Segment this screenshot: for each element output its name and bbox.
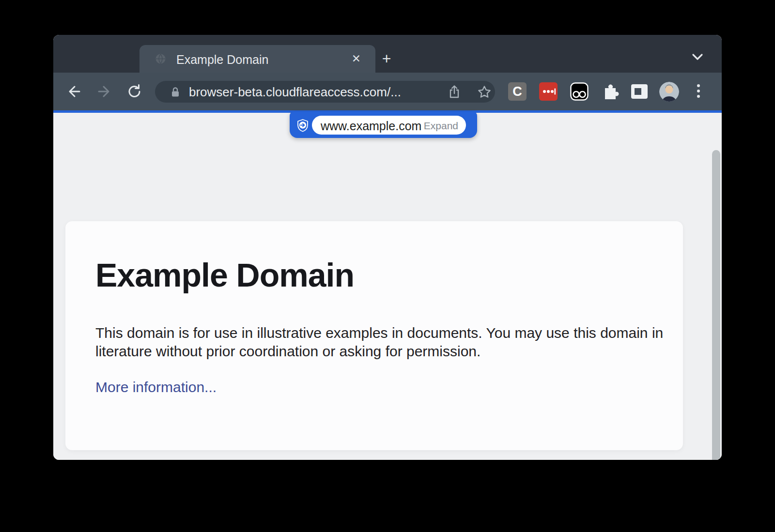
lock-icon[interactable] (169, 85, 182, 99)
address-bar[interactable]: browser-beta.cloudflareaccess.com/... (155, 81, 495, 103)
vertical-scrollbar[interactable] (712, 150, 720, 460)
chevron-down-icon[interactable] (691, 52, 704, 64)
tab-close-icon[interactable]: ✕ (352, 52, 361, 65)
browser-window: Example Domain ✕ + (53, 35, 722, 460)
c-extension-icon[interactable]: C (508, 82, 527, 101)
page-viewport: www.example.com Expand Example Domain Th… (53, 113, 722, 460)
isolated-hostname: www.example.com (321, 119, 421, 133)
back-icon[interactable] (66, 83, 82, 100)
reload-icon[interactable] (126, 83, 143, 100)
isolation-bar: www.example.com Expand (290, 112, 477, 138)
tab-example-domain[interactable]: Example Domain ✕ (140, 45, 375, 73)
tab-strip: Example Domain ✕ + (53, 35, 722, 73)
page-paragraph: This domain is for use in illustrative e… (95, 324, 667, 361)
goggles-icon[interactable] (570, 82, 589, 101)
expand-button[interactable]: Expand (424, 120, 458, 132)
side-panel-icon[interactable] (630, 82, 649, 101)
extensions-puzzle-icon[interactable] (601, 82, 620, 101)
share-icon[interactable] (447, 84, 462, 100)
forward-icon[interactable] (96, 83, 112, 100)
shield-arrow-icon (295, 118, 310, 133)
url-text: browser-beta.cloudflareaccess.com/... (189, 85, 401, 100)
browser-toolbar: browser-beta.cloudflareaccess.com/... C (53, 73, 722, 110)
page-heading: Example Domain (95, 256, 354, 294)
globe-favicon-icon (155, 53, 166, 64)
lastpass-icon[interactable] (539, 82, 558, 101)
profile-avatar[interactable] (659, 82, 679, 102)
browser-menu-icon[interactable] (696, 84, 701, 99)
tab-title: Example Domain (176, 53, 268, 67)
isolation-host-pill[interactable]: www.example.com Expand (312, 116, 466, 135)
new-tab-button[interactable]: + (379, 51, 394, 67)
more-information-link[interactable]: More information... (95, 379, 217, 395)
bookmark-star-icon[interactable] (477, 84, 492, 100)
content-card: Example Domain This domain is for use in… (65, 221, 683, 450)
